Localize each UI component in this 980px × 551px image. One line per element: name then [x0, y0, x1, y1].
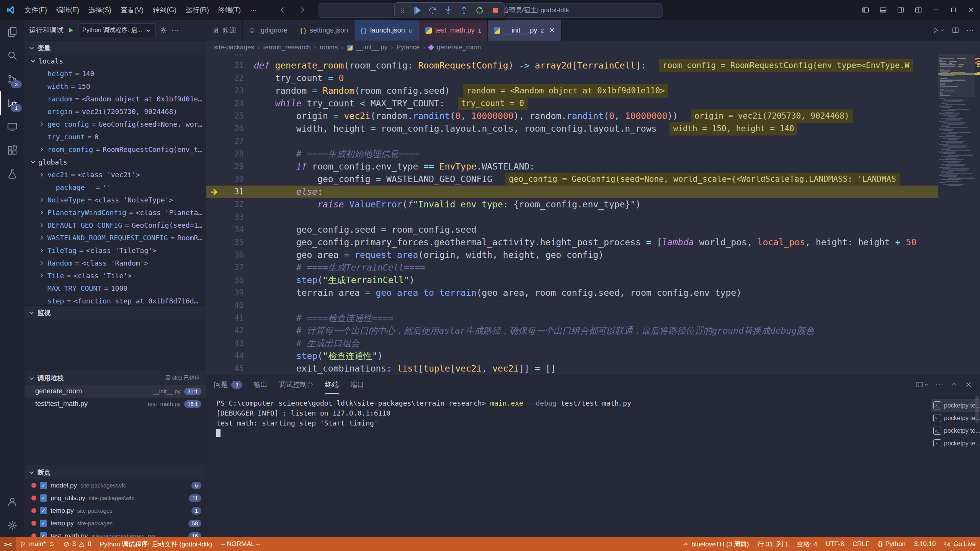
gitlens-blame-item[interactable]: blueloveTH (3 周前): [678, 537, 753, 551]
code-line[interactable]: 43 # 生成出口组合: [206, 337, 938, 350]
more-actions-icon[interactable]: ⋯: [966, 26, 974, 35]
stop-button[interactable]: [490, 5, 500, 15]
variable-row[interactable]: geo_config=GeoConfig(seed=None, wor…: [24, 118, 206, 130]
variable-row[interactable]: random=<Random object at 0x1bf9d01e…: [24, 93, 206, 105]
code-line[interactable]: 33: [206, 211, 938, 223]
variable-row[interactable]: try_count=0: [24, 130, 206, 143]
variable-row[interactable]: height=140: [24, 67, 206, 80]
variable-row[interactable]: __package__='': [24, 181, 206, 194]
tab-gdignore[interactable]: .gdignore: [243, 20, 294, 41]
tab-test-math-py[interactable]: test_math.py 1: [419, 20, 488, 41]
menu-item[interactable]: 运行(R): [181, 3, 214, 17]
tab-terminal[interactable]: 终端: [325, 375, 339, 394]
split-editor-icon[interactable]: [952, 26, 959, 34]
encoding[interactable]: UTF-8: [822, 537, 848, 551]
breadcrumb-item[interactable]: Pylance: [397, 44, 420, 51]
breakpoint-checkbox[interactable]: ✓: [40, 507, 47, 514]
code-line[interactable]: 42 # 计算每一个出口的中心，然后使用astar生成路径，确保每一个出口组合都…: [206, 324, 938, 337]
git-branch-item[interactable]: main*: [16, 537, 59, 551]
run-file-button[interactable]: [932, 26, 945, 34]
variable-row[interactable]: vec2i=<class 'vec2i'>: [24, 168, 206, 181]
menu-item[interactable]: ···: [245, 3, 261, 17]
debug-config-dropdown[interactable]: Python 调试程序: 启...: [78, 23, 156, 37]
tab-output[interactable]: 输出: [254, 375, 268, 394]
sidebar-item-explorer[interactable]: [0, 20, 24, 44]
code-line[interactable]: 26 width, height = room_config.layout.n_…: [206, 122, 938, 135]
language-mode[interactable]: {}Python: [874, 537, 910, 551]
sidebar-item-extensions[interactable]: [0, 139, 24, 162]
close-tab-icon[interactable]: ✕: [549, 26, 555, 34]
breakpoint-row[interactable]: ✓temp.pysite-packages1: [24, 504, 206, 517]
variable-row[interactable]: TileTag=<class 'TileTag'>: [24, 244, 206, 257]
callstack-section-header[interactable]: 调用堆栈 因 step 已暂停: [24, 371, 206, 385]
tab-init-py[interactable]: __init__.py 2 ✕: [488, 20, 562, 41]
variable-row[interactable]: width=150: [24, 80, 206, 93]
python-version[interactable]: 3.10.10: [910, 537, 940, 551]
breakpoint-row[interactable]: ✓temp.pysite-packages58: [24, 517, 206, 530]
tab-launch-json[interactable]: { } launch.json U: [354, 20, 419, 41]
start-debug-button[interactable]: [67, 27, 74, 34]
breadcrumb-item[interactable]: rooms: [320, 44, 338, 51]
code-line[interactable]: 23 random = Random(room_config.seed)rand…: [206, 85, 938, 97]
code-line[interactable]: 38 step("生成TerrainCell"): [206, 274, 938, 287]
sidebar-item-testing[interactable]: [0, 162, 24, 186]
debug-gear-icon[interactable]: [160, 26, 167, 34]
remote-indicator[interactable]: ><: [0, 537, 16, 551]
menu-item[interactable]: 编辑(E): [52, 3, 84, 17]
breakpoint-checkbox[interactable]: ✓: [40, 482, 47, 489]
breadcrumb-item[interactable]: __init__.py: [356, 44, 387, 51]
variable-row[interactable]: DEFAULT_GEO_CONFIG=GeoConfig(seed=1…: [24, 219, 206, 231]
code-line[interactable]: 39 terrain_area = geo_area_to_terrain(ge…: [206, 287, 938, 299]
accounts-button[interactable]: [0, 490, 24, 514]
scope-row-globals[interactable]: globals: [24, 156, 206, 168]
step-out-button[interactable]: [459, 5, 469, 15]
toggle-secondary-sidebar-icon[interactable]: [892, 0, 910, 20]
breadcrumb-item[interactable]: terrain_research: [263, 44, 311, 51]
forward-icon[interactable]: [298, 6, 306, 14]
minimap[interactable]: [938, 54, 975, 375]
variable-row[interactable]: Tile=<class 'Tile'>: [24, 269, 206, 282]
breadcrumb-item[interactable]: site-packages: [214, 44, 254, 51]
tab-ports[interactable]: 端口: [350, 375, 364, 394]
code-line[interactable]: 30 geo_config = WASTELAND_GEO_CONFIGgeo_…: [206, 173, 938, 186]
code-line[interactable]: 40: [206, 299, 938, 312]
terminal-tab[interactable]: >_pocketpy te...: [931, 412, 980, 424]
terminal-tab[interactable]: >_pocketpy te...: [931, 437, 980, 450]
tab-problems[interactable]: 问题3: [214, 375, 242, 394]
variable-row[interactable]: Random=<class 'Random'>: [24, 257, 206, 269]
maximize-panel-icon[interactable]: [950, 381, 958, 388]
code-line[interactable]: 44 step("检查连通性"): [206, 350, 938, 362]
code-line[interactable]: 21def generate_room(room_config: RoomReq…: [206, 59, 938, 72]
sidebar-item-source-control[interactable]: 3: [0, 67, 24, 91]
tab-settings-json[interactable]: { } settings.json: [294, 20, 354, 41]
toggle-sidebar-icon[interactable]: [857, 0, 874, 20]
back-icon[interactable]: [279, 6, 287, 14]
tab-welcome[interactable]: 欢迎: [206, 20, 243, 41]
eol-sequence[interactable]: CRLF: [848, 537, 874, 551]
breakpoint-row[interactable]: ✓model.pysite-packages\wfc6: [24, 479, 206, 492]
menu-item[interactable]: 查看(V): [116, 3, 148, 17]
code-line[interactable]: 29 if room_config.env_type == EnvType.WA…: [206, 160, 938, 173]
settings-button[interactable]: [0, 514, 24, 537]
panel-scrollbar[interactable]: [975, 396, 979, 424]
drag-handle-icon[interactable]: [399, 7, 406, 14]
sidebar-item-run-debug[interactable]: 1: [0, 91, 24, 115]
code-line[interactable]: 45 exit_combinations: list[tuple[vec2i, …: [206, 362, 938, 375]
terminal-layout-icon[interactable]: [916, 381, 929, 388]
close-panel-icon[interactable]: [965, 381, 972, 388]
terminal-tab[interactable]: >_pocketpy te...: [931, 399, 980, 412]
code-line[interactable]: 35 geo_config.primary_forces.geothermal_…: [206, 236, 938, 249]
toggle-panel-icon[interactable]: [874, 0, 892, 20]
menu-item[interactable]: 终端(T): [214, 3, 245, 17]
callstack-frame[interactable]: test/test_math.pytest_math.py16:1: [24, 398, 206, 410]
breakpoint-checkbox[interactable]: ✓: [40, 494, 47, 502]
breakpoints-section-header[interactable]: 断点: [24, 465, 206, 479]
indentation[interactable]: 空格: 4: [793, 537, 822, 551]
more-actions-icon[interactable]: ⋯: [171, 26, 179, 35]
variable-row[interactable]: WASTELAND_ROOM_REQUEST_CONFIG=RoomR…: [24, 231, 206, 244]
scope-row-locals[interactable]: locals: [24, 55, 206, 67]
code-line[interactable]: 27: [206, 135, 938, 148]
variable-row[interactable]: step=<function step at 0x1bf8d716d…: [24, 295, 206, 305]
cursor-position[interactable]: 行 31, 列 1: [753, 537, 793, 551]
code-line[interactable]: 31 else:: [206, 186, 938, 198]
